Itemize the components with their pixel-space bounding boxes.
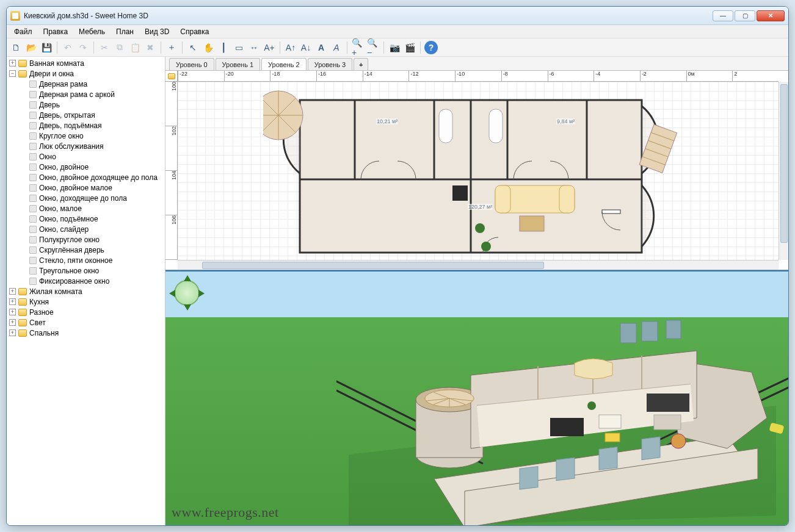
- menu-план[interactable]: План: [111, 26, 139, 37]
- level-tab[interactable]: Уровень 3: [308, 58, 353, 70]
- expand-icon[interactable]: +: [9, 329, 16, 336]
- svg-point-29: [475, 223, 485, 233]
- catalog-category[interactable]: +Спальня: [7, 328, 165, 338]
- svg-point-30: [481, 242, 491, 251]
- catalog-item[interactable]: Окно, подъёмное: [18, 214, 165, 224]
- pan-tool-icon[interactable]: ✋: [201, 41, 215, 54]
- view-3d[interactable]: www.freeprogs.net: [165, 270, 788, 525]
- scrollbar-thumb[interactable]: [202, 262, 544, 269]
- nav-right-icon[interactable]: [198, 290, 205, 297]
- zoom-in-icon[interactable]: 🔍+: [351, 41, 365, 54]
- plan-scrollbar-horizontal[interactable]: [178, 260, 779, 270]
- help-icon[interactable]: ?: [424, 41, 438, 54]
- catalog-item[interactable]: Окно, доходящее до пола: [18, 193, 165, 203]
- level-tab[interactable]: Уровень 1: [216, 58, 261, 70]
- menu-вид 3d[interactable]: Вид 3D: [140, 26, 174, 37]
- toolbar-separator: [93, 41, 94, 54]
- catalog-category[interactable]: +Кухня: [7, 297, 165, 307]
- dimension-tool-icon[interactable]: ↔: [247, 41, 261, 54]
- text-tool-icon[interactable]: A+: [263, 41, 276, 54]
- scrollbar-thumb[interactable]: [780, 84, 788, 243]
- ruler-tick: -6: [548, 71, 594, 81]
- catalog-category[interactable]: +Свет: [7, 317, 165, 328]
- catalog-item[interactable]: Окно, двойное малое: [18, 182, 165, 193]
- add-level-button[interactable]: +: [354, 58, 368, 70]
- nav-up-icon[interactable]: [184, 275, 191, 281]
- svg-rect-25: [495, 185, 510, 213]
- tree-spacer: [20, 184, 27, 191]
- new-file-icon[interactable]: 🗋: [9, 41, 23, 54]
- plan-scrollbar-vertical[interactable]: [779, 82, 788, 260]
- photo-icon[interactable]: 📷: [388, 41, 401, 54]
- toolbar-separator: [161, 41, 161, 54]
- ruler-tick: 104: [165, 171, 177, 215]
- catalog-item[interactable]: Дверь, подъёмная: [18, 120, 165, 131]
- catalog-item[interactable]: Дверная рама с аркой: [18, 89, 165, 99]
- catalog-item[interactable]: Окно, двойное доходящее до пола: [18, 172, 165, 182]
- nav-left-icon[interactable]: [169, 290, 175, 297]
- catalog-item[interactable]: Дверь: [18, 99, 165, 110]
- nav-down-icon[interactable]: [184, 304, 191, 311]
- expand-icon[interactable]: +: [9, 60, 16, 66]
- menu-правка[interactable]: Правка: [38, 26, 73, 37]
- catalog-item[interactable]: Окно: [18, 151, 165, 162]
- tree-spacer: [20, 81, 27, 87]
- level-tabs: Уровень 0Уровень 1Уровень 2Уровень 3+: [165, 57, 788, 70]
- video-icon[interactable]: 🎬: [403, 41, 416, 54]
- menu-справка[interactable]: Справка: [175, 26, 214, 37]
- close-button[interactable]: ✕: [757, 10, 785, 21]
- catalog-item[interactable]: Дверная рама: [18, 79, 165, 89]
- collapse-icon[interactable]: −: [9, 70, 16, 77]
- svg-rect-51: [550, 418, 584, 436]
- level-tab[interactable]: Уровень 2: [261, 58, 307, 70]
- open-file-icon[interactable]: 📂: [24, 41, 38, 54]
- minimize-button[interactable]: —: [713, 10, 733, 21]
- catalog-item[interactable]: Круглое окно: [18, 131, 165, 141]
- wall-tool-icon[interactable]: ┃: [217, 41, 230, 54]
- menu-файл[interactable]: Файл: [9, 26, 37, 37]
- text-bold-icon[interactable]: A: [314, 41, 328, 54]
- level-tab[interactable]: Уровень 0: [169, 58, 214, 70]
- maximize-button[interactable]: ▢: [735, 10, 755, 21]
- nav-compass[interactable]: [170, 276, 203, 309]
- item-label: Скруглённая дверь: [39, 246, 104, 254]
- zoom-out-icon[interactable]: 🔍−: [366, 41, 380, 54]
- text-smaller-icon[interactable]: A↓: [299, 41, 313, 54]
- category-label: Разное: [29, 308, 54, 317]
- expand-icon[interactable]: +: [9, 319, 16, 326]
- catalog-category[interactable]: +Жилая комната: [7, 286, 165, 297]
- tree-spacer: [20, 257, 27, 264]
- expand-icon[interactable]: +: [9, 288, 16, 295]
- catalog-item[interactable]: Скруглённая дверь: [18, 245, 165, 255]
- ruler-tick: -12: [408, 71, 455, 81]
- item-label: Окно: [39, 153, 56, 161]
- catalog-item[interactable]: Окно, малое: [18, 203, 165, 214]
- catalog-item[interactable]: Треугольное окно: [18, 265, 165, 276]
- catalog-category[interactable]: +Разное: [7, 307, 165, 317]
- add-furniture-icon[interactable]: ＋: [165, 41, 178, 54]
- catalog-item[interactable]: Окно, двойное: [18, 162, 165, 172]
- catalog-category[interactable]: +Ванная комната: [7, 58, 165, 68]
- save-icon[interactable]: 💾: [40, 41, 53, 54]
- svg-point-56: [671, 434, 686, 448]
- expand-icon[interactable]: +: [9, 298, 16, 305]
- catalog-item[interactable]: Стекло, пяти оконное: [18, 255, 165, 265]
- catalog-item[interactable]: Полукруглое окно: [18, 234, 165, 245]
- catalog-item[interactable]: Люк обслуживания: [18, 141, 165, 151]
- catalog-item[interactable]: Фиксированное окно: [18, 276, 165, 286]
- plan-canvas[interactable]: -22-20-18-16-14-12-10-8-6-4-20м2 1001021…: [165, 70, 788, 270]
- catalog-category[interactable]: −Двери и окна: [7, 68, 165, 79]
- text-bigger-icon[interactable]: A↑: [284, 41, 297, 54]
- catalog-item[interactable]: Дверь, открытая: [18, 110, 165, 120]
- catalog-item[interactable]: Окно, слайдер: [18, 224, 165, 234]
- tree-spacer: [20, 215, 27, 222]
- furniture-icon: [29, 278, 37, 285]
- text-italic-icon[interactable]: A: [330, 41, 343, 54]
- room-tool-icon[interactable]: ▭: [232, 41, 245, 54]
- plan-grid[interactable]: 10,21 м²9,84 м²120,27 м²: [178, 82, 779, 260]
- select-tool-icon[interactable]: ↖: [186, 41, 200, 54]
- menu-мебель[interactable]: Мебель: [74, 26, 110, 37]
- furniture-icon: [29, 205, 37, 212]
- expand-icon[interactable]: +: [9, 309, 16, 315]
- furniture-catalog[interactable]: +Ванная комната−Двери и окнаДверная рама…: [7, 57, 165, 525]
